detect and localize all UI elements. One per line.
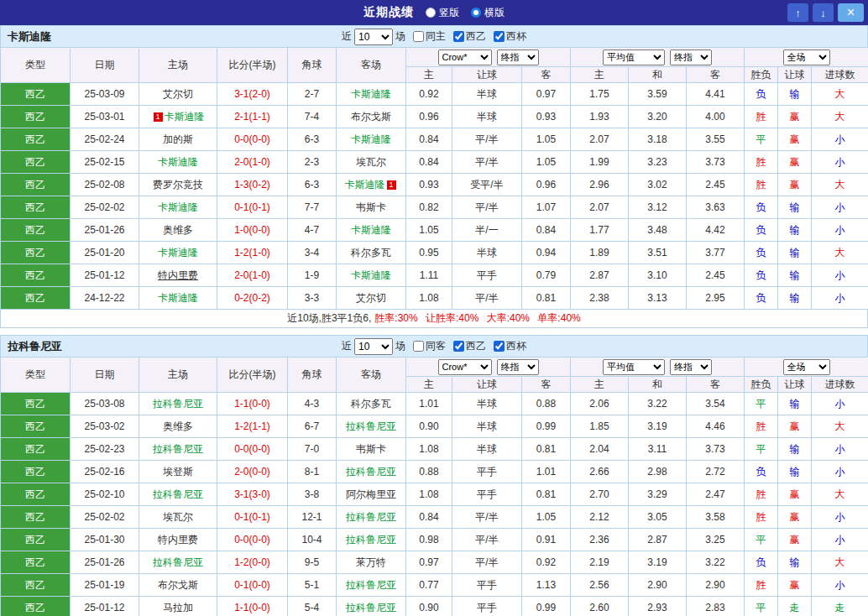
team-link[interactable]: 卡斯迪隆: [158, 247, 198, 258]
filter-same-venue[interactable]: 同主: [413, 29, 446, 44]
filter-league[interactable]: 西乙: [453, 339, 486, 353]
team-link[interactable]: 马拉加: [163, 602, 193, 613]
same-venue-checkbox[interactable]: [413, 341, 424, 352]
team-link[interactable]: 埃瓦尔: [356, 156, 386, 168]
result-cell: 胜: [745, 151, 778, 174]
odds-cell: 0.96: [406, 106, 452, 128]
team-link[interactable]: 韦斯卡: [356, 443, 386, 455]
team-link[interactable]: 特内里费: [158, 534, 198, 546]
team-link[interactable]: 艾尔切: [163, 88, 193, 100]
filter-league[interactable]: 西乙: [453, 29, 486, 44]
team-link[interactable]: 卡斯迪隆: [158, 292, 198, 304]
team-link[interactable]: 特内里费: [158, 269, 198, 281]
team-link[interactable]: 拉科鲁尼亚: [346, 534, 396, 546]
col-header-home: 主场: [139, 358, 217, 393]
cup-checkbox[interactable]: [494, 341, 505, 352]
same-venue-checkbox[interactable]: [413, 31, 424, 42]
scope-select[interactable]: 全场: [783, 359, 830, 375]
filter-cup[interactable]: 西杯: [494, 339, 526, 353]
odds-stage-select[interactable]: 终指: [497, 359, 539, 375]
team-link[interactable]: 奥维多: [163, 224, 193, 236]
team-link[interactable]: 布尔戈斯: [351, 111, 391, 123]
team-link[interactable]: 卡斯迪隆: [351, 88, 391, 100]
cup-checkbox[interactable]: [494, 31, 505, 42]
team-link[interactable]: 科尔多瓦: [351, 398, 391, 410]
team-link[interactable]: 拉科鲁尼亚: [153, 443, 203, 455]
subcol-avg-away: 客: [687, 67, 745, 83]
team-link[interactable]: 卡斯迪隆: [165, 111, 205, 123]
avg-stage-select[interactable]: 终指: [670, 50, 712, 65]
avg-odds-cell: 3.22: [687, 551, 745, 574]
team-link[interactable]: 阿尔梅里亚: [346, 488, 396, 500]
col-header-date: 日期: [71, 358, 139, 393]
view-mode-vertical[interactable]: 竖版: [426, 6, 459, 20]
corner-cell: 7-7: [288, 196, 337, 219]
team-link[interactable]: 拉科鲁尼亚: [346, 511, 396, 523]
team-link[interactable]: 埃瓦尔: [163, 511, 193, 523]
scope-select[interactable]: 全场: [783, 50, 830, 65]
team-link[interactable]: 加的斯: [163, 133, 193, 145]
odds-cell: 受平/半: [452, 174, 522, 196]
team-link[interactable]: 卡斯迪隆: [158, 156, 198, 168]
result-cell: 输: [778, 264, 812, 287]
away-team-cell: 韦斯卡: [337, 196, 406, 219]
league-checkbox[interactable]: [453, 31, 464, 42]
average-select[interactable]: 平均值: [603, 359, 665, 375]
home-team-cell: 特内里费: [139, 264, 217, 287]
team-link[interactable]: 奥维多: [163, 420, 193, 432]
match-row: 西乙25-01-20卡斯迪隆1-2(1-0)3-4科尔多瓦0.95半球0.941…: [1, 242, 868, 264]
match-row: 西乙25-02-16埃登斯2-0(0-0)8-1拉科鲁尼亚0.88平手1.012…: [1, 461, 868, 483]
avg-group-header: 平均值 终指: [571, 48, 745, 67]
subcol-handicap-result: 让球: [778, 67, 812, 83]
close-button[interactable]: ×: [838, 3, 864, 22]
bookmaker-select[interactable]: Crow*: [438, 50, 492, 65]
team-link[interactable]: 莱万特: [356, 556, 386, 568]
radio-selected-icon[interactable]: [471, 8, 481, 18]
team-link[interactable]: 拉科鲁尼亚: [346, 466, 396, 478]
subcol-handicap: 让球: [452, 67, 522, 83]
team-link[interactable]: 布尔戈斯: [158, 579, 198, 591]
result-cell: 输: [778, 438, 812, 461]
team-link[interactable]: 卡斯迪隆: [158, 201, 198, 213]
move-up-button[interactable]: ↑: [787, 3, 808, 22]
recent-count-select[interactable]: 10: [354, 338, 393, 355]
team-link[interactable]: 拉科鲁尼亚: [346, 420, 396, 432]
page-title: 近期战绩: [363, 5, 414, 20]
team-link[interactable]: 埃登斯: [163, 466, 193, 478]
result-cell: 负: [745, 461, 778, 483]
team-link[interactable]: 拉科鲁尼亚: [346, 579, 396, 591]
avg-odds-cell: 3.29: [629, 483, 687, 506]
recent-count-select[interactable]: 10: [354, 29, 393, 45]
bookmaker-select[interactable]: Crow*: [438, 359, 492, 375]
filter-controls: 近 10 场 同客 西乙 西杯: [1, 338, 867, 355]
team-link[interactable]: 拉科鲁尼亚: [153, 556, 203, 568]
team-link[interactable]: 拉科鲁尼亚: [153, 398, 203, 410]
odds-stage-select[interactable]: 终指: [497, 50, 539, 65]
league-checkbox[interactable]: [453, 341, 464, 352]
avg-odds-cell: 2.38: [571, 287, 629, 310]
team-link[interactable]: 科尔多瓦: [351, 247, 391, 258]
team-link[interactable]: 拉科鲁尼亚: [346, 602, 396, 613]
team-link[interactable]: 卡斯迪隆: [345, 179, 385, 191]
avg-stage-select[interactable]: 终指: [670, 359, 712, 375]
team-link[interactable]: 卡斯迪隆: [351, 269, 391, 281]
team-link[interactable]: 卡斯迪隆: [351, 133, 391, 145]
filter-cup[interactable]: 西杯: [494, 29, 526, 44]
date-cell: 25-02-16: [71, 461, 139, 483]
team-link[interactable]: 卡斯迪隆: [351, 224, 391, 236]
move-down-button[interactable]: ↓: [813, 3, 834, 22]
odds-cell: 0.98: [406, 529, 452, 551]
average-select[interactable]: 平均值: [603, 50, 665, 65]
team-link[interactable]: 拉科鲁尼亚: [153, 488, 203, 500]
away-team-cell: 卡斯迪隆: [337, 83, 406, 106]
filter-same-venue[interactable]: 同客: [413, 339, 446, 353]
summary-record: 近10场,胜3平1负6,: [287, 311, 371, 326]
team-link[interactable]: 韦斯卡: [356, 201, 386, 213]
radio-unselected-icon[interactable]: [426, 8, 436, 18]
view-mode-horizontal[interactable]: 横版: [471, 6, 505, 20]
team-link[interactable]: 费罗尔竞技: [153, 179, 203, 191]
result-cell: 小: [812, 461, 868, 483]
avg-odds-cell: 2.70: [571, 483, 629, 506]
score-cell: 1-1(0-0): [217, 393, 288, 415]
team-link[interactable]: 艾尔切: [356, 292, 386, 304]
